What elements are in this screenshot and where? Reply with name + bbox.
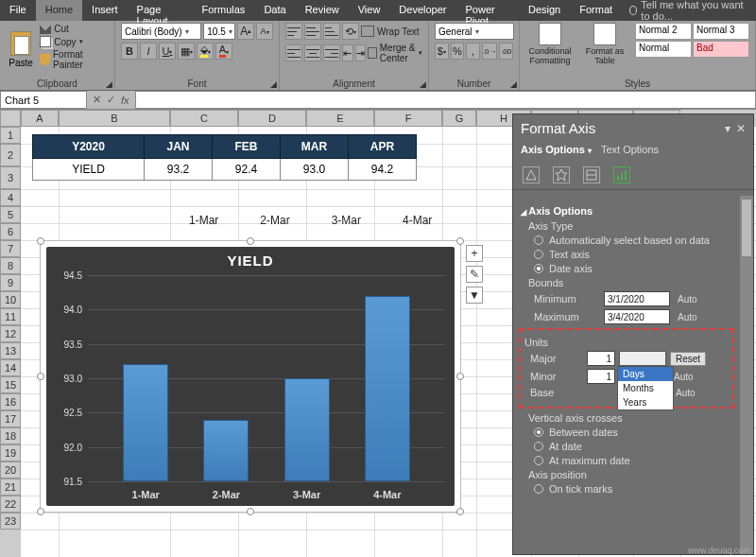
align-center-button[interactable] <box>304 44 321 61</box>
units-major-input[interactable] <box>587 351 615 366</box>
bar-3-Mar[interactable] <box>284 378 330 481</box>
chart-handle[interactable] <box>456 508 464 515</box>
wrap-text-button[interactable]: Wrap Text <box>361 26 420 37</box>
chart-handle[interactable] <box>247 237 254 245</box>
section-axis-options[interactable]: Axis Options <box>521 205 732 217</box>
align-top-button[interactable] <box>285 23 302 40</box>
chart-handle[interactable] <box>456 373 464 380</box>
bar-1-Mar[interactable] <box>123 364 168 481</box>
tab-data[interactable]: Data <box>254 0 295 21</box>
cell-style-normal2[interactable]: Normal 2 <box>635 23 692 40</box>
orientation-button[interactable]: ⟲▾ <box>342 23 359 40</box>
col-header-C[interactable]: C <box>170 110 238 127</box>
tab-home[interactable]: Home <box>36 0 82 21</box>
tab-page-layout[interactable]: Page Layout <box>128 0 193 21</box>
col-header-G[interactable]: G <box>442 110 476 127</box>
number-launcher-icon[interactable]: ◢ <box>510 79 517 89</box>
chart-handle[interactable] <box>247 508 254 515</box>
font-color-button[interactable]: A▾ <box>215 43 232 60</box>
row-header-11[interactable]: 11 <box>0 308 21 325</box>
cell-style-normal3[interactable]: Normal 3 <box>693 23 749 40</box>
radio-between-dates[interactable]: Between dates <box>534 426 732 438</box>
name-box[interactable] <box>0 91 87 109</box>
tab-design[interactable]: Design <box>519 0 570 21</box>
tab-power-pivot[interactable]: Power Pivot <box>456 0 520 21</box>
comma-button[interactable]: , <box>466 43 480 60</box>
dd-option-years[interactable]: Years <box>618 395 673 409</box>
row-header-8[interactable]: 8 <box>0 257 21 274</box>
tell-me[interactable]: Tell me what you want to do... <box>622 0 756 21</box>
row-header-18[interactable]: 18 <box>0 427 21 444</box>
tab-file[interactable]: File <box>0 0 36 21</box>
increase-font-button[interactable]: A▴ <box>237 23 254 40</box>
row-header-12[interactable]: 12 <box>0 325 21 342</box>
cell-styles-gallery[interactable]: Normal 2 Normal 3 Normal Bad <box>635 23 749 58</box>
accounting-button[interactable]: $▾ <box>435 43 449 60</box>
chart-styles-button[interactable]: ✎ <box>466 266 483 283</box>
td-feb[interactable]: 92.4 <box>213 159 281 181</box>
underline-button[interactable]: U▾ <box>159 43 176 60</box>
formula-input[interactable] <box>135 91 756 109</box>
chart-handle[interactable] <box>456 237 464 245</box>
col-header-D[interactable]: D <box>238 110 306 127</box>
cut-button[interactable]: Cut <box>40 23 109 34</box>
fx-icon[interactable]: fx <box>121 95 129 106</box>
chart[interactable]: + ✎ ▼ YIELD 91.592.092.593.093.594.094.5… <box>40 240 461 513</box>
col-header-A[interactable]: A <box>21 110 59 127</box>
row-header-15[interactable]: 15 <box>0 376 21 393</box>
pane-scrollbar[interactable] <box>740 196 753 554</box>
copy-button[interactable]: Copy▾ <box>40 36 109 47</box>
radio-on-tick-marks[interactable]: On tick marks <box>534 483 732 495</box>
clipboard-launcher-icon[interactable]: ◢ <box>106 79 112 89</box>
bounds-max-auto[interactable]: Auto <box>678 312 697 322</box>
tab-format[interactable]: Format <box>570 0 622 21</box>
td-jan[interactable]: 93.2 <box>145 159 213 181</box>
row-header-19[interactable]: 19 <box>0 444 21 461</box>
row-header-2[interactable]: 2 <box>0 144 21 166</box>
row-header-13[interactable]: 13 <box>0 342 21 359</box>
select-all-corner[interactable] <box>0 110 21 127</box>
enter-formula-icon[interactable]: ✓ <box>107 94 115 106</box>
font-size-combo[interactable]: 10.5▾ <box>203 23 235 40</box>
radio-at-max-date[interactable]: At maximum date <box>534 455 732 466</box>
chart-handle[interactable] <box>37 508 44 515</box>
chart-handle[interactable] <box>37 373 44 380</box>
align-right-button[interactable] <box>323 44 340 61</box>
tab-view[interactable]: View <box>349 0 390 21</box>
decrease-decimal-button[interactable]: .00 <box>499 43 513 60</box>
axis-options-icon[interactable] <box>613 166 630 183</box>
bar-2-Mar[interactable] <box>203 420 249 481</box>
increase-decimal-button[interactable]: .0→ <box>482 43 498 60</box>
chart-handle[interactable] <box>37 237 44 245</box>
bar-4-Mar[interactable] <box>365 296 410 481</box>
chart-y-axis[interactable]: 91.592.092.593.093.594.094.5 <box>46 275 86 481</box>
radio-auto-axis[interactable]: Automatically select based on data <box>534 235 732 246</box>
merge-center-button[interactable]: Merge & Center▾ <box>368 43 422 63</box>
fill-color-button[interactable]: ⬙▾ <box>197 43 214 60</box>
row-header-16[interactable]: 16 <box>0 393 21 410</box>
bounds-min-input[interactable] <box>604 291 670 306</box>
chart-elements-button[interactable]: + <box>466 245 483 262</box>
row-header-17[interactable]: 17 <box>0 410 21 427</box>
conditional-formatting-button[interactable]: Conditional Formatting <box>525 23 575 65</box>
effects-icon[interactable] <box>553 166 570 183</box>
row-header-23[interactable]: 23 <box>0 513 21 530</box>
units-minor-input[interactable] <box>587 369 615 384</box>
border-button[interactable]: ▦▾ <box>178 43 195 60</box>
units-minor-auto[interactable]: Auto <box>674 372 694 382</box>
tab-developer[interactable]: Developer <box>389 0 455 21</box>
decrease-indent-button[interactable]: ⇤ <box>342 44 353 61</box>
row-header-21[interactable]: 21 <box>0 479 21 496</box>
increase-indent-button[interactable]: ⇥ <box>355 44 367 61</box>
row-header-20[interactable]: 20 <box>0 461 21 479</box>
tab-formulas[interactable]: Formulas <box>193 0 255 21</box>
pane-tab-text-options[interactable]: Text Options <box>601 144 659 155</box>
cell-style-bad[interactable]: Bad <box>693 41 749 58</box>
align-left-button[interactable] <box>285 44 302 61</box>
tab-insert[interactable]: Insert <box>82 0 128 21</box>
row-header-10[interactable]: 10 <box>0 291 21 308</box>
cell-style-normal[interactable]: Normal <box>635 41 692 58</box>
col-header-B[interactable]: B <box>59 110 170 127</box>
font-launcher-icon[interactable]: ◢ <box>270 79 277 89</box>
cancel-formula-icon[interactable]: ✕ <box>93 94 101 106</box>
